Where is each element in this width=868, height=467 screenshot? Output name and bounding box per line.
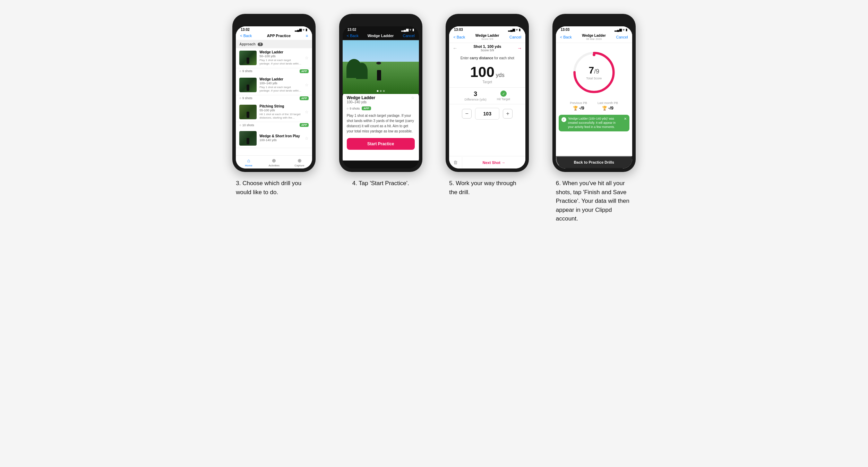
drill-shots-2: ○ 9 shots (239, 96, 252, 100)
wifi-icon-3: ▿ (516, 28, 518, 32)
nav-title-3-line1: Wedge Ladder (475, 34, 499, 37)
status-icons-1: ▂▄▆ ▿ ▮ (295, 28, 307, 32)
nav-capture[interactable]: ⊕ Capture (287, 158, 312, 167)
next-shot-arrow[interactable]: → (517, 45, 522, 51)
drill-name-4: Wedge & Short Iron Play (259, 134, 302, 138)
detail-yardage: 100–140 yds (347, 100, 375, 104)
battery-icon: ▮ (306, 28, 307, 32)
list-item[interactable]: Wedge & Short Iron Play 100-140 yds ☆ (236, 129, 312, 148)
nav-home-label: Home (245, 164, 252, 167)
status-time-4: 13:03 (561, 28, 570, 32)
detail-name: Wedge Ladder (347, 95, 375, 100)
star-icon-3[interactable]: ☆ (305, 110, 309, 114)
shot-nav: ← Shot 1, 100 yds Score 5/9 → (449, 43, 525, 53)
home-icon: ⌂ (247, 158, 250, 163)
nav-menu-1[interactable]: ≡ (306, 34, 308, 38)
wifi-icon-2: ▿ (410, 28, 411, 32)
app-badge-2: APP (300, 96, 309, 100)
drill-yardage-4: 100-140 yds (259, 138, 302, 142)
back-button-3[interactable]: < Back (453, 35, 465, 39)
target-unit: yds (496, 72, 505, 78)
status-bar-1: 13:02 ▂▄▆ ▿ ▮ (236, 26, 312, 32)
hit-target-check-icon: ✓ (500, 90, 507, 97)
list-item[interactable]: Wedge Ladder 100–140 yds Play 1 shot at … (236, 75, 312, 102)
drill-thumb-4 (239, 131, 257, 146)
delete-shot-button[interactable]: 🗑 (449, 156, 462, 168)
approach-label: Approach (239, 42, 256, 46)
hero-dot-1 (377, 90, 378, 92)
increment-button[interactable]: + (503, 109, 513, 119)
target-distance-display: 100yds Target (449, 61, 525, 87)
back-button-2[interactable]: < Back (347, 34, 359, 38)
battery-icon-4: ▮ (626, 28, 627, 32)
drill-info-2: Wedge Ladder 100–140 yds Play 1 shot at … (259, 77, 302, 93)
back-to-drills-button[interactable]: Back to Practice Drills (556, 156, 632, 168)
clock-icon: ○ (239, 69, 241, 73)
decrement-button[interactable]: − (462, 109, 472, 119)
phone-screen-3: 13:03 ▂▄▆ ▿ ▮ < Back Wedge Ladder Score … (449, 26, 525, 168)
toast-close-button[interactable]: ✕ (624, 117, 627, 121)
wifi-icon: ▿ (303, 28, 304, 32)
status-icons-4: ▂▄▆ ▿ ▮ (615, 28, 627, 32)
distance-input[interactable]: 103 (475, 108, 499, 120)
target-label: Target (453, 80, 522, 84)
drill-footer-2: ○ 9 shots APP (236, 95, 312, 102)
drill-footer-3: ○ 10 shots APP (236, 122, 312, 129)
list-item[interactable]: Wedge Ladder 50–100 yds Play 1 shot at e… (236, 48, 312, 75)
nav-activities-label: Activities (268, 164, 280, 167)
carry-instruction: Enter carry distance for each shot (449, 53, 525, 61)
capture-icon: ⊕ (298, 158, 302, 163)
next-shot-button[interactable]: Next Shot → (462, 157, 525, 168)
star-icon-1[interactable]: ☆ (305, 55, 309, 60)
star-icon-detail[interactable]: ☆ (411, 95, 415, 100)
drill-hero-image (343, 40, 419, 94)
score-label: Total Score (586, 77, 602, 80)
nav-bar-3: < Back Wedge Ladder Score 5/9 Cancel (449, 32, 525, 43)
approach-badge: 7 (258, 43, 263, 46)
difference-value: 3 (464, 90, 486, 98)
drill-name-3: Pitching String (259, 104, 302, 108)
drill-desc-2: Play 1 shot at each target yardage. If y… (259, 86, 302, 93)
score-circle: 7/9 Total Score (571, 50, 617, 95)
drill-shots-1: ○ 9 shots (239, 69, 252, 73)
signal-icon: ▂▄▆ (295, 28, 302, 32)
phone-notch-1 (260, 17, 288, 25)
prev-shot-arrow[interactable]: ← (453, 45, 457, 51)
cancel-button-4[interactable]: Cancel (616, 35, 628, 39)
clock-icon-detail: ○ (347, 107, 349, 110)
phone-frame-2: 13:02 ▂▄▆ ▿ ▮ < Back Wedge Ladder Cancel (339, 14, 422, 172)
cancel-button-2[interactable]: Cancel (403, 34, 415, 38)
drill-thumb-2 (239, 78, 257, 92)
list-item[interactable]: Pitching String 55-100 yds Hit 1 shot at… (236, 102, 312, 129)
drill-shots-3: ○ 10 shots (239, 123, 254, 127)
status-bar-4: 13:03 ▂▄▆ ▿ ▮ (556, 26, 632, 32)
star-icon-2[interactable]: ☆ (305, 83, 309, 87)
score-center: 7/9 Total Score (586, 65, 602, 80)
phone-notch-4 (580, 17, 608, 25)
detail-desc: Play 1 shot at each target yardage. If y… (347, 113, 415, 134)
stats-row: 3 Difference (yds) ✓ Hit Target (449, 87, 525, 104)
drill-info-1: Wedge Ladder 50–100 yds Play 1 shot at e… (259, 50, 302, 66)
cancel-button-3[interactable]: Cancel (509, 35, 521, 39)
signal-icon-4: ▂▄▆ (615, 28, 621, 32)
detail-shots: ○ 9 shots (347, 107, 360, 110)
hit-target-icon-wrap: ✓ (497, 90, 510, 97)
last-month-pb: Last month PB 🏆 -/9 (598, 101, 618, 111)
start-practice-button[interactable]: Start Practice (347, 138, 415, 150)
nav-home[interactable]: ⌂ Home (236, 158, 261, 167)
back-button-1[interactable]: < Back (240, 34, 252, 38)
nav-title-4-line1: Wedge Ladder (582, 34, 606, 37)
nav-bar-1: < Back APP Practice ≡ (236, 32, 312, 40)
pb-row: Previous PB 🏆 -/9 Last month PB 🏆 -/9 (556, 98, 632, 113)
phone-frame-1: 13:02 ▂▄▆ ▿ ▮ < Back APP Practice ≡ Appr… (232, 14, 316, 172)
wifi-icon-4: ▿ (623, 28, 625, 32)
drill-footer-1: ○ 9 shots APP (236, 68, 312, 75)
nav-activities[interactable]: ⊕ Activities (261, 158, 287, 167)
drill-thumb-1 (239, 51, 257, 65)
back-button-4[interactable]: < Back (560, 35, 572, 39)
drill-desc-1: Play 1 shot at each target yardage. If y… (259, 59, 302, 66)
phone-frame-4: 13:03 ▂▄▆ ▿ ▮ < Back Wedge Ladder 06 Mar… (552, 14, 636, 172)
star-icon-4[interactable]: ☆ (305, 136, 309, 141)
drill-thumb-3 (239, 105, 257, 119)
status-time-2: 13:02 (347, 28, 356, 32)
